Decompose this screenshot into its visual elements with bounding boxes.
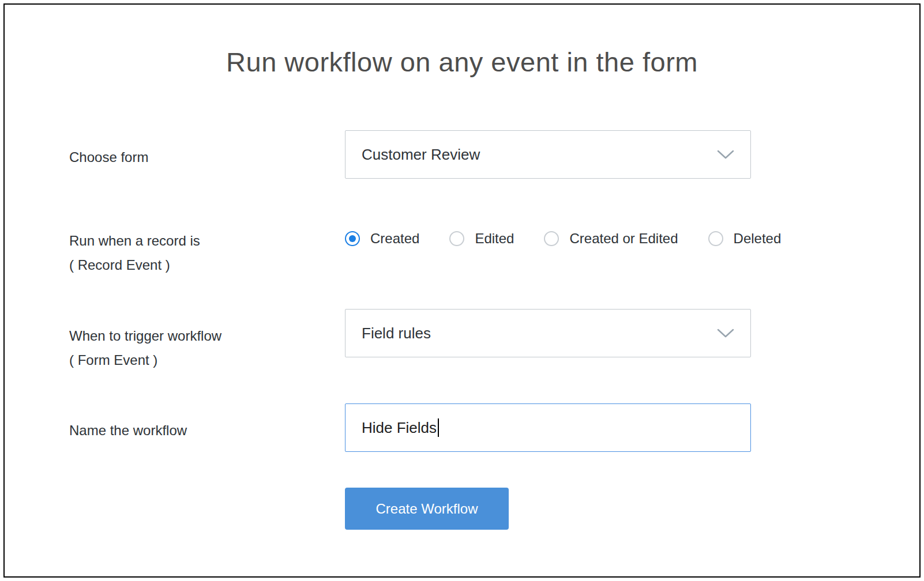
text-cursor — [438, 418, 439, 437]
workflow-name-input[interactable]: Hide Fields — [345, 403, 751, 452]
radio-created-or-edited-icon — [544, 231, 559, 246]
create-workflow-button[interactable]: Create Workflow — [345, 488, 509, 530]
record-event-label-line1: Run when a record is — [69, 229, 200, 253]
workflow-name-value: Hide Fields — [362, 419, 437, 437]
workflow-name-label: Name the workflow — [69, 418, 187, 443]
radio-created-or-edited-label: Created or Edited — [569, 231, 678, 247]
choose-form-label: Choose form — [69, 145, 148, 169]
chevron-down-icon — [717, 150, 734, 160]
radio-edited-icon — [449, 231, 464, 246]
radio-option-created-or-edited[interactable]: Created or Edited — [544, 231, 678, 247]
radio-deleted-label: Deleted — [734, 231, 782, 247]
page-title: Run workflow on any event in the form — [0, 46, 924, 78]
form-event-selected-value: Field rules — [362, 325, 431, 342]
form-event-label-line2: ( Form Event ) — [69, 348, 221, 372]
workflow-setup-page: Run workflow on any event in the form Ch… — [0, 0, 924, 581]
radio-option-created[interactable]: Created — [345, 231, 419, 247]
record-event-label-line2: ( Record Event ) — [69, 253, 200, 277]
choose-form-selected-value: Customer Review — [362, 146, 480, 164]
radio-created-label: Created — [370, 231, 419, 247]
form-event-label: When to trigger workflow ( Form Event ) — [69, 324, 221, 372]
choose-form-select[interactable]: Customer Review — [345, 130, 751, 179]
form-event-label-line1: When to trigger workflow — [69, 324, 221, 348]
radio-option-deleted[interactable]: Deleted — [708, 231, 782, 247]
record-event-label: Run when a record is ( Record Event ) — [69, 229, 200, 277]
record-event-radio-group: Created Edited Created or Edited Deleted — [345, 231, 781, 247]
chevron-down-icon — [717, 329, 734, 338]
form-event-select[interactable]: Field rules — [345, 309, 751, 357]
radio-deleted-icon — [708, 231, 723, 246]
radio-edited-label: Edited — [475, 231, 514, 247]
radio-created-icon — [345, 231, 360, 246]
radio-option-edited[interactable]: Edited — [449, 231, 514, 247]
